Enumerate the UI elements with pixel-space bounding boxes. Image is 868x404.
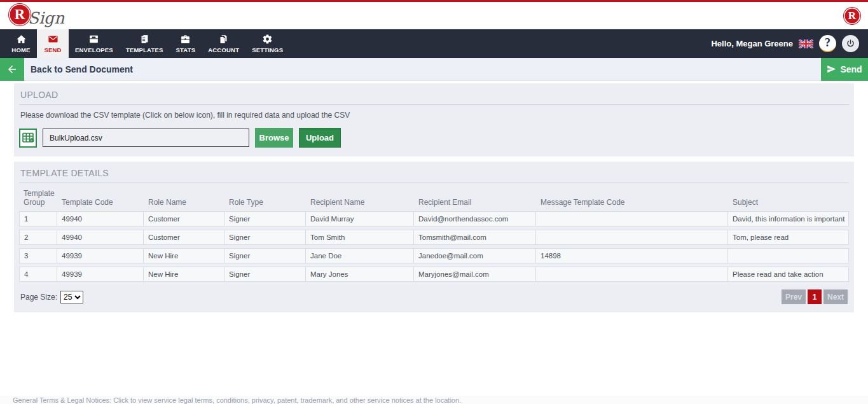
nav-label: SEND: [44, 46, 61, 53]
inbox-tray-icon: [88, 34, 100, 45]
rsign-logo-script: Sign: [28, 9, 64, 27]
language-flag-icon[interactable]: [799, 39, 813, 48]
nav-label: HOME: [11, 46, 30, 53]
gear-icon: [261, 34, 273, 45]
main-navbar: HOME SEND ENVELOPES TEMPLATES STATS ACCO…: [0, 29, 868, 58]
table-header-row: Template GroupTemplate CodeRole NameRole…: [19, 188, 849, 208]
table-cell: Tom, please read: [728, 230, 849, 245]
nav-item-account[interactable]: ACCOUNT: [202, 29, 245, 58]
send-button-label: Send: [840, 64, 862, 74]
nav-label: STATS: [176, 46, 196, 53]
table-cell: [536, 267, 728, 282]
power-logout-icon[interactable]: [842, 35, 859, 52]
table-cell: Signer: [224, 230, 306, 245]
nav-label: ACCOUNT: [208, 46, 239, 53]
table-cell: Jane Doe: [306, 248, 414, 263]
rpost-r-icon: R: [844, 8, 860, 24]
template-details-table: Template GroupTemplate CodeRole NameRole…: [19, 185, 849, 285]
nav-item-stats[interactable]: STATS: [170, 29, 202, 58]
table-row: 449939New HireSignerMary JonesMaryjones@…: [19, 267, 849, 282]
page-size-label: Page Size:: [20, 293, 57, 302]
column-header: Message Template Code: [536, 188, 728, 208]
table-cell: 49940: [57, 230, 144, 245]
nav-item-send[interactable]: SEND: [37, 29, 69, 58]
page-title: Back to Send Document: [31, 64, 133, 74]
briefcase-icon: [179, 34, 191, 45]
page-size-select[interactable]: 25: [60, 291, 83, 303]
pages-icon: [217, 34, 230, 45]
table-cell: 2: [19, 230, 57, 245]
divider: [19, 104, 849, 105]
template-details-title: TEMPLATE DETAILS: [19, 166, 849, 183]
upload-panel-title: UPLOAD: [19, 88, 849, 104]
envelope-icon: [47, 34, 59, 45]
column-header: Recipient Name: [306, 188, 414, 208]
pagination-next-button[interactable]: Next: [823, 289, 848, 304]
footer-legal-text: General Terms & Legal Notices: Click to …: [0, 396, 868, 404]
table-cell: Mary Jones: [306, 267, 414, 282]
pagination-page-1-button[interactable]: 1: [808, 289, 822, 304]
footer-legal-bar: General Terms & Legal Notices: Click to …: [0, 396, 868, 404]
column-header: Role Type: [224, 188, 306, 208]
table-cell: Signer: [224, 248, 306, 263]
upload-instructions: Please download the CSV template (Click …: [20, 111, 848, 120]
upload-button[interactable]: Upload: [299, 128, 341, 148]
table-row: 149940CustomerSignerDavid MurrayDavid@no…: [19, 211, 849, 226]
brand-bar: R Sign R: [0, 2, 868, 29]
nav-item-envelopes[interactable]: ENVELOPES: [69, 29, 120, 58]
nav-item-home[interactable]: HOME: [5, 29, 37, 58]
navbar-right-cluster: Hello, Megan Greene ?: [711, 29, 868, 58]
table-cell: 14898: [536, 248, 728, 263]
table-cell: 49940: [57, 211, 144, 226]
csv-template-download-icon[interactable]: [19, 129, 37, 148]
upload-row: Browse Upload: [19, 128, 849, 151]
pagination-prev-button[interactable]: Prev: [782, 289, 806, 304]
table-row: 249940CustomerSignerTom SmithTomsmith@ma…: [19, 230, 849, 245]
home-icon: [15, 34, 27, 45]
table-cell: 3: [19, 248, 57, 263]
pagination: Prev 1 Next: [782, 289, 848, 304]
template-details-panel: TEMPLATE DETAILS Template GroupTemplate …: [14, 162, 854, 312]
column-header: Role Name: [144, 188, 224, 208]
help-icon[interactable]: ?: [819, 35, 836, 52]
column-header: Template Group: [19, 188, 57, 208]
nav-item-templates[interactable]: TEMPLATES: [120, 29, 170, 58]
table-cell: 49939: [57, 267, 144, 282]
table-cell: Tomsmith@mail.com: [414, 230, 536, 245]
csv-filename-input[interactable]: [43, 129, 249, 147]
table-cell: Customer: [144, 211, 224, 226]
column-header: Template Code: [57, 188, 144, 208]
arrow-left-icon: [6, 64, 18, 75]
send-button[interactable]: Send: [821, 58, 868, 81]
table-cell: Janedoe@mail.com: [414, 248, 536, 263]
table-cell: David, this information is important: [728, 211, 849, 226]
upload-panel: UPLOAD Please download the CSV template …: [14, 83, 854, 157]
browse-button[interactable]: Browse: [255, 128, 293, 148]
table-footer: Page Size: 25 Prev 1 Next: [19, 288, 849, 307]
table-cell: New Hire: [144, 267, 224, 282]
column-header: Recipient Email: [414, 188, 536, 208]
table-cell: New Hire: [144, 248, 224, 263]
table-cell: [536, 230, 728, 245]
table-cell: Tom Smith: [306, 230, 414, 245]
nav-item-settings[interactable]: SETTINGS: [245, 29, 289, 58]
nav-label: TEMPLATES: [126, 46, 163, 53]
rsign-logo[interactable]: R Sign: [9, 4, 64, 27]
table-cell: Signer: [224, 267, 306, 282]
nav-label: SETTINGS: [252, 46, 283, 53]
nav-label: ENVELOPES: [75, 46, 113, 53]
table-cell: 4: [19, 267, 57, 282]
documents-icon: [139, 34, 151, 45]
table-cell: 1: [19, 211, 57, 226]
table-cell: David@northendassoc.com: [414, 211, 536, 226]
divider: [19, 183, 849, 183]
user-greeting: Hello, Megan Greene: [711, 39, 793, 48]
table-cell: Maryjones@mail.com: [414, 267, 536, 282]
rsign-logo-r-icon: R: [9, 4, 31, 25]
page-action-bar: Back to Send Document Send: [0, 58, 868, 81]
table-cell: Customer: [144, 230, 224, 245]
table-row: 349939New HireSignerJane DoeJanedoe@mail…: [19, 248, 849, 263]
table-cell: [536, 211, 728, 226]
table-cell: [728, 248, 849, 263]
back-button[interactable]: [0, 58, 24, 81]
